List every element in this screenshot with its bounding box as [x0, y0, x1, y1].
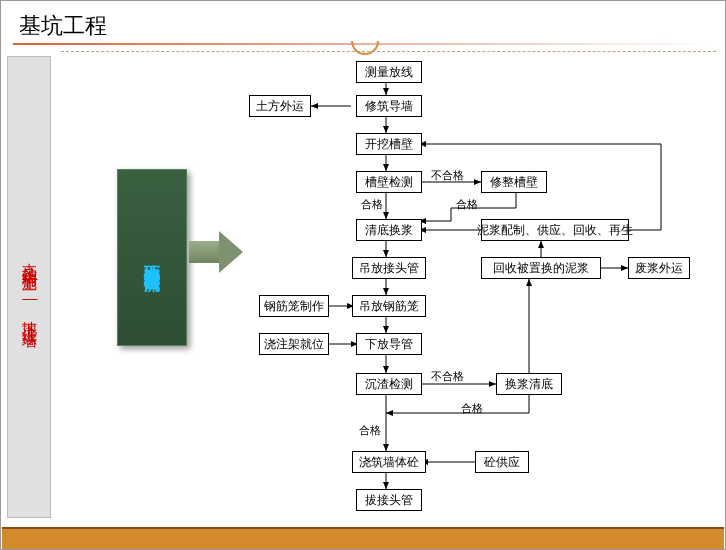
- node-pour-wall: 浇筑墙体砼: [352, 451, 426, 473]
- node-concrete-supply: 砼供应: [475, 451, 529, 473]
- node-pour-frame: 浇注架就位: [259, 333, 329, 355]
- label-fail2: 不合格: [431, 369, 464, 384]
- node-place-joint: 吊放接头管: [352, 257, 426, 279]
- page-frame: 基坑工程 支护结构施工——地下连续墙 地下连续墙施工工艺流程图: [0, 0, 726, 550]
- node-sediment: 沉渣检测: [356, 373, 422, 395]
- node-wall-inspect: 槽壁检测: [356, 171, 422, 193]
- node-slurry-supply: 泥浆配制、供应、回收、再生: [481, 219, 629, 241]
- node-excavate: 开挖槽壁: [356, 133, 422, 155]
- dotted-divider: [61, 51, 716, 52]
- node-lower-pipe: 下放导管: [356, 333, 422, 355]
- node-waste-slurry: 废浆外运: [628, 257, 690, 279]
- label-pass2a: 合格: [359, 423, 381, 438]
- node-rebar-make: 钢筋笼制作: [259, 295, 329, 317]
- page-title: 基坑工程: [19, 11, 107, 41]
- node-pull-joint: 拔接头管: [356, 489, 422, 511]
- node-place-rebar: 吊放钢筋笼: [352, 295, 426, 317]
- node-clean-replace: 清底换浆: [356, 219, 422, 241]
- node-reclean: 换浆清底: [496, 373, 562, 395]
- node-recover-slurry: 回收被置换的泥浆: [481, 257, 601, 279]
- sidebar-label: 支护结构施工——地下连续墙: [20, 251, 39, 324]
- sidebar: 支护结构施工——地下连续墙: [7, 56, 51, 518]
- node-measure: 测量放线: [356, 61, 422, 83]
- node-guidewall: 修筑导墙: [356, 95, 422, 117]
- label-pass1a: 合格: [361, 197, 383, 212]
- label-pass1b: 合格: [456, 197, 478, 212]
- flowchart: 测量放线 修筑导墙 土方外运 开挖槽壁 槽壁检测 修整槽壁 清底换浆 泥浆配制、…: [61, 53, 716, 523]
- node-trim-wall: 修整槽壁: [481, 171, 547, 193]
- node-soil-out: 土方外运: [249, 95, 311, 117]
- label-fail1: 不合格: [431, 168, 464, 183]
- label-pass2b: 合格: [461, 401, 483, 416]
- bottom-bar: [2, 527, 724, 549]
